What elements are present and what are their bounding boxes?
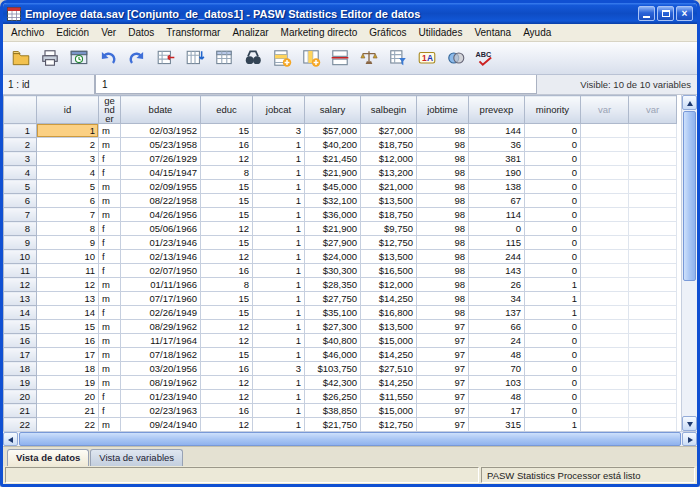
- cell-r2-salary[interactable]: $40,200: [305, 138, 361, 152]
- column-header-var[interactable]: var: [629, 96, 677, 124]
- cell-r18-minority[interactable]: 0: [525, 362, 581, 376]
- cell-r20-salbegin[interactable]: $11,550: [361, 390, 417, 404]
- row-header-6[interactable]: 6: [4, 194, 37, 208]
- scroll-down-arrow[interactable]: [682, 416, 697, 431]
- cell-r21-minority[interactable]: 0: [525, 404, 581, 418]
- menu-ventana[interactable]: Ventana: [468, 25, 517, 40]
- menu-utilidades[interactable]: Utilidades: [412, 25, 468, 40]
- cell-r16-prevexp[interactable]: 24: [469, 334, 525, 348]
- cell-r18-jobtime[interactable]: 97: [417, 362, 469, 376]
- row-header-3[interactable]: 3: [4, 152, 37, 166]
- cell-r18-gender[interactable]: m: [99, 362, 121, 376]
- cell-r10-jobtime[interactable]: 98: [417, 250, 469, 264]
- cell-r16-gender[interactable]: m: [99, 334, 121, 348]
- cell-r10-bdate[interactable]: 02/13/1946: [121, 250, 201, 264]
- cell-r16-id[interactable]: 16: [37, 334, 99, 348]
- cell-r10-gender[interactable]: f: [99, 250, 121, 264]
- column-header-minority[interactable]: minority: [525, 96, 581, 124]
- tab-vista-de-datos[interactable]: Vista de datos: [7, 449, 89, 466]
- cell-r14-var[interactable]: [581, 306, 629, 320]
- cell-r19-salbegin[interactable]: $14,250: [361, 376, 417, 390]
- cell-r8-gender[interactable]: f: [99, 222, 121, 236]
- row-header-16[interactable]: 16: [4, 334, 37, 348]
- cell-r22-var[interactable]: [581, 418, 629, 432]
- cell-r8-salary[interactable]: $21,900: [305, 222, 361, 236]
- menu-ver[interactable]: Ver: [95, 25, 122, 40]
- cell-r5-salary[interactable]: $45,000: [305, 180, 361, 194]
- cell-r12-jobtime[interactable]: 98: [417, 278, 469, 292]
- cell-r18-bdate[interactable]: 03/20/1956: [121, 362, 201, 376]
- cell-r11-educ[interactable]: 16: [201, 264, 253, 278]
- row-header-14[interactable]: 14: [4, 306, 37, 320]
- cell-r15-id[interactable]: 15: [37, 320, 99, 334]
- cell-r15-var[interactable]: [629, 320, 677, 334]
- menu-marketing-directo[interactable]: Marketing directo: [275, 25, 364, 40]
- cell-r3-bdate[interactable]: 07/26/1929: [121, 152, 201, 166]
- cell-r21-jobtime[interactable]: 97: [417, 404, 469, 418]
- cell-r10-id[interactable]: 10: [37, 250, 99, 264]
- cell-r4-id[interactable]: 4: [37, 166, 99, 180]
- cell-r21-id[interactable]: 21: [37, 404, 99, 418]
- cell-r13-var[interactable]: [581, 292, 629, 306]
- menu-datos[interactable]: Datos: [122, 25, 160, 40]
- cell-r20-salary[interactable]: $26,250: [305, 390, 361, 404]
- cell-r16-var[interactable]: [629, 334, 677, 348]
- cell-r18-var[interactable]: [629, 362, 677, 376]
- cell-r19-bdate[interactable]: 08/19/1962: [121, 376, 201, 390]
- cell-r11-gender[interactable]: f: [99, 264, 121, 278]
- cell-r12-educ[interactable]: 8: [201, 278, 253, 292]
- cell-r4-var[interactable]: [581, 166, 629, 180]
- cell-r12-id[interactable]: 12: [37, 278, 99, 292]
- cell-r3-prevexp[interactable]: 381: [469, 152, 525, 166]
- cell-r18-prevexp[interactable]: 70: [469, 362, 525, 376]
- cell-r21-salbegin[interactable]: $15,000: [361, 404, 417, 418]
- cell-r21-educ[interactable]: 16: [201, 404, 253, 418]
- cell-r16-minority[interactable]: 0: [525, 334, 581, 348]
- vertical-scroll-track[interactable]: [682, 282, 697, 416]
- open-data-button[interactable]: [7, 45, 34, 71]
- cell-r2-minority[interactable]: 0: [525, 138, 581, 152]
- cell-r16-var[interactable]: [581, 334, 629, 348]
- cell-r9-prevexp[interactable]: 115: [469, 236, 525, 250]
- cell-editor-field[interactable]: 1: [95, 75, 537, 94]
- cell-r18-salbegin[interactable]: $27,510: [361, 362, 417, 376]
- split-file-button[interactable]: [326, 45, 353, 71]
- cell-r9-jobcat[interactable]: 1: [253, 236, 305, 250]
- cell-r8-var[interactable]: [581, 222, 629, 236]
- cell-r5-jobtime[interactable]: 98: [417, 180, 469, 194]
- cell-r13-id[interactable]: 13: [37, 292, 99, 306]
- cell-r22-bdate[interactable]: 09/24/1940: [121, 418, 201, 432]
- cell-r9-salbegin[interactable]: $12,750: [361, 236, 417, 250]
- cell-r1-jobcat[interactable]: 3: [253, 124, 305, 138]
- cell-r20-var[interactable]: [581, 390, 629, 404]
- row-header-19[interactable]: 19: [4, 376, 37, 390]
- cell-r20-bdate[interactable]: 01/23/1940: [121, 390, 201, 404]
- cell-r11-jobcat[interactable]: 1: [253, 264, 305, 278]
- cell-r19-var[interactable]: [629, 376, 677, 390]
- cell-r22-var[interactable]: [629, 418, 677, 432]
- menu-analizar[interactable]: Analizar: [226, 25, 274, 40]
- cell-r8-prevexp[interactable]: 0: [469, 222, 525, 236]
- cell-r14-id[interactable]: 14: [37, 306, 99, 320]
- cell-r13-salbegin[interactable]: $14,250: [361, 292, 417, 306]
- cell-r17-prevexp[interactable]: 48: [469, 348, 525, 362]
- cell-r5-var[interactable]: [629, 180, 677, 194]
- insert-cases-button[interactable]: [268, 45, 295, 71]
- cell-r3-var[interactable]: [581, 152, 629, 166]
- horizontal-scroll-thumb[interactable]: [19, 432, 681, 446]
- grid-corner[interactable]: [4, 96, 37, 124]
- minimize-button[interactable]: [638, 6, 655, 21]
- cell-r2-gender[interactable]: m: [99, 138, 121, 152]
- cell-r7-var[interactable]: [629, 208, 677, 222]
- cell-r11-id[interactable]: 11: [37, 264, 99, 278]
- cell-r11-salbegin[interactable]: $16,500: [361, 264, 417, 278]
- cell-r17-minority[interactable]: 0: [525, 348, 581, 362]
- cell-r22-id[interactable]: 22: [37, 418, 99, 432]
- cell-r11-var[interactable]: [581, 264, 629, 278]
- cell-r15-var[interactable]: [581, 320, 629, 334]
- menu-edicion[interactable]: Edición: [50, 25, 95, 40]
- cell-r20-prevexp[interactable]: 48: [469, 390, 525, 404]
- cell-r14-bdate[interactable]: 02/26/1949: [121, 306, 201, 320]
- cell-r14-jobtime[interactable]: 98: [417, 306, 469, 320]
- cell-r5-id[interactable]: 5: [37, 180, 99, 194]
